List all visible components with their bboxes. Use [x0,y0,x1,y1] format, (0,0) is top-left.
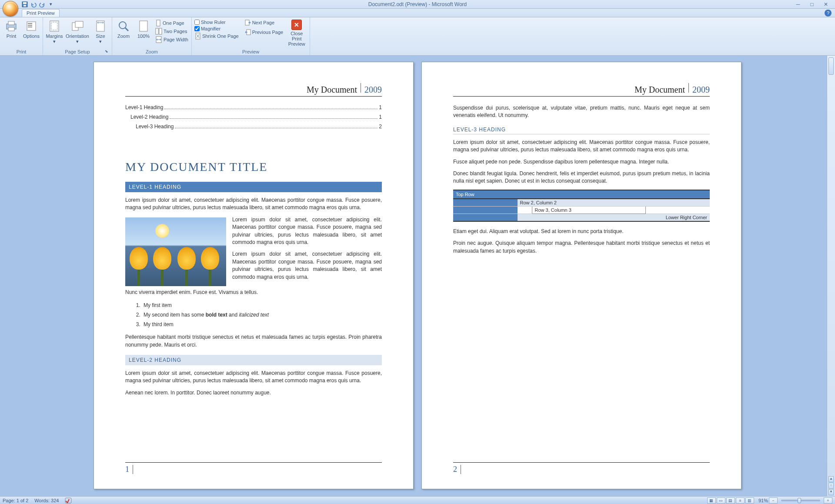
body-text: Suspendisse dui purus, scelerisque at, v… [453,104,710,120]
zoom-100-button[interactable]: 100% [134,18,153,40]
zoom-thumb[interactable] [798,498,801,503]
svg-rect-1 [23,2,27,4]
ribbon-group-preview: Show Ruler Magnifier Shrink One Page Nex… [192,17,310,55]
window-controls: ─ □ ✕ [792,1,835,8]
options-button[interactable]: Options [22,18,41,40]
zoom-button[interactable]: Zoom [114,18,133,40]
tulips-image [125,217,226,286]
status-words[interactable]: Words: 324 [34,498,59,503]
zoom-out-button[interactable]: − [769,497,778,504]
heading-level-3: LEVEL-3 HEADING [453,127,710,134]
shrink-one-page-button[interactable]: Shrink One Page [194,32,240,40]
svg-rect-2 [23,5,26,7]
show-ruler-checkbox[interactable]: Show Ruler [194,19,240,25]
svg-rect-13 [75,21,83,27]
scrollbar-thumb[interactable] [828,57,834,75]
document-title: MY DOCUMENT TITLE [125,160,382,174]
view-print-layout-button[interactable]: ▦ [707,497,716,504]
zoom-percent[interactable]: 91% [758,498,768,503]
zoom-slider[interactable] [781,500,820,501]
list-item: My third item [142,320,382,329]
page-header: My Document2009 [453,83,710,97]
body-text: Lorem ipsum dolor sit amet, consectetuer… [453,139,710,154]
scrollbar-next-icon[interactable]: ▼ [828,489,834,495]
list-item: My second item has some bold text and it… [142,310,382,320]
next-page-icon [245,20,251,26]
one-page-button[interactable]: One Page [154,19,190,27]
body-text: Lorem ipsum dolor sit amet, consectetuer… [125,197,382,212]
status-bar: Page: 1 of 2 Words: 324 ▦ ▭ ▤ ≡ ▥ 91% − … [0,496,835,504]
undo-icon[interactable] [30,0,37,8]
document-workspace: ▲ ○ ▼ My Document2009 Level-1 Heading1 L… [0,56,835,496]
svg-rect-7 [28,23,32,24]
body-text: Nunc viverra imperdiet enim. Fusce est. … [125,289,382,296]
close-preview-button[interactable]: ✕ Close Print Preview [285,18,308,48]
scrollbar-browse-icon[interactable]: ○ [828,483,834,489]
svg-line-16 [125,28,128,31]
body-text: Pellentesque habitant morbi tristique se… [125,334,382,349]
margins-icon [48,20,61,33]
page-width-icon [155,36,162,43]
page-2[interactable]: My Document2009 Suspendisse dui purus, s… [421,62,741,489]
ribbon-group-page-setup: Margins▾ Orientation▾ Size▾ Page Setup⬊ [43,17,112,55]
zoom-in-button[interactable]: + [824,497,832,504]
printer-icon [5,20,18,33]
two-pages-icon [155,28,162,35]
svg-rect-17 [140,21,147,31]
next-page-button[interactable]: Next Page [244,19,285,26]
page-header: My Document2009 [125,83,382,97]
group-label-preview: Preview [194,49,308,55]
view-draft-button[interactable]: ▥ [745,497,754,504]
previous-page-button[interactable]: Previous Page [244,29,285,36]
svg-rect-10 [50,21,59,31]
window-title: Document2.odt (Preview) - Microsoft Word [368,1,467,7]
svg-point-15 [119,22,126,29]
page-setup-launcher-icon[interactable]: ⬊ [104,49,109,54]
body-text: Fusce aliquet pede non pede. Suspendisse… [453,158,710,166]
status-page[interactable]: Page: 1 of 2 [3,498,28,503]
page-1[interactable]: My Document2009 Level-1 Heading1 Level-2… [94,62,414,489]
minimize-button[interactable]: ─ [792,1,804,8]
orientation-button[interactable]: Orientation▾ [65,18,90,45]
page-footer: 2 [453,462,710,474]
ribbon-group-print: Print Options Print [0,17,43,55]
view-web-layout-button[interactable]: ▤ [726,497,735,504]
page-number: 2 [453,465,461,474]
svg-rect-18 [157,20,160,26]
size-button[interactable]: Size▾ [91,18,110,45]
svg-rect-9 [28,27,32,27]
page-width-button[interactable]: Page Width [154,36,190,43]
help-icon[interactable]: ? [825,10,832,17]
shrink-icon [195,33,201,40]
title-bar: ▾ Document2.odt (Preview) - Microsoft Wo… [0,0,835,9]
heading-level-2: LEVEL-2 HEADING [125,355,382,365]
qat-dropdown-icon[interactable]: ▾ [47,0,55,8]
prev-page-icon [245,29,251,35]
view-outline-button[interactable]: ≡ [736,497,745,504]
table-row: Row 2, Column 2 [453,199,710,207]
magnifier-icon [117,20,130,33]
save-icon[interactable] [21,0,29,8]
svg-rect-4 [8,21,14,25]
maximize-button[interactable]: □ [806,1,818,8]
close-window-button[interactable]: ✕ [820,1,832,8]
body-text: Aenean nec lorem. In porttitor. Donec la… [125,389,382,397]
spellcheck-icon[interactable] [65,497,72,504]
scrollbar-prev-icon[interactable]: ▲ [828,476,834,482]
data-table: Top Row Row 2, Column 2 Row 3, Column 3 … [453,190,710,222]
orientation-icon [71,20,84,33]
table-row: Row 3, Column 3 [453,206,710,214]
magnifier-checkbox[interactable]: Magnifier [194,26,240,32]
print-button[interactable]: Print [2,18,21,40]
ribbon: Print Options Print Margins▾ Orientation… [0,17,835,56]
tab-print-preview[interactable]: Print Preview [22,9,60,17]
office-button[interactable] [3,1,18,17]
list-item: My first item [142,300,382,310]
page-number: 1 [125,465,133,474]
heading-level-1: LEVEL-1 HEADING [125,182,382,192]
margins-button[interactable]: Margins▾ [45,18,64,45]
table-header: Top Row [453,190,710,199]
redo-icon[interactable] [38,0,46,8]
view-full-screen-button[interactable]: ▭ [717,497,725,504]
two-pages-button[interactable]: Two Pages [154,27,190,35]
